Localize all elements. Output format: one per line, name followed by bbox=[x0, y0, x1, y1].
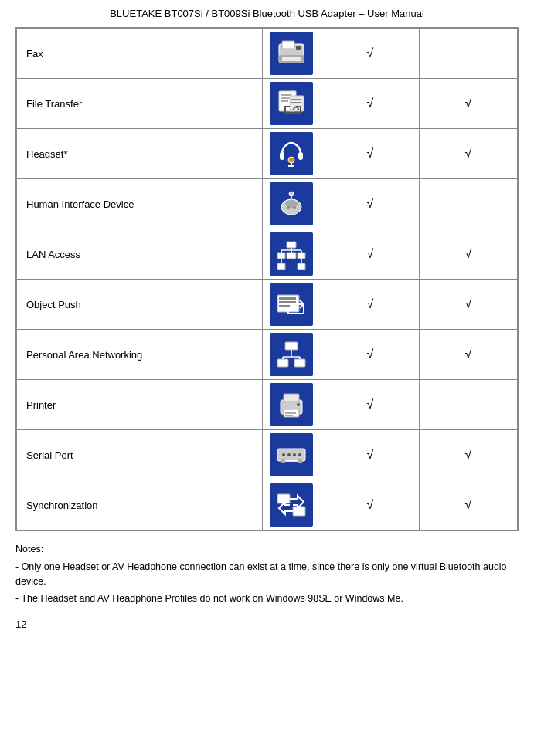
svg-rect-30 bbox=[298, 263, 305, 270]
svg-point-59 bbox=[298, 453, 301, 456]
profile-icon-cell bbox=[262, 380, 321, 430]
svg-rect-9 bbox=[281, 100, 288, 102]
svg-rect-2 bbox=[279, 55, 304, 63]
check-col1: √ bbox=[321, 79, 419, 129]
svg-marker-10 bbox=[291, 91, 296, 96]
check-col2: √ bbox=[419, 330, 517, 380]
svg-rect-1 bbox=[282, 41, 294, 49]
check-col2: √ bbox=[419, 430, 517, 480]
check-col2: √ bbox=[419, 229, 517, 280]
check-col2 bbox=[419, 179, 517, 229]
svg-rect-53 bbox=[285, 415, 293, 416]
profile-name: Printer bbox=[17, 380, 263, 430]
svg-rect-12 bbox=[291, 99, 301, 100]
page-title: BLUETAKE BT007Si / BT009Si Bluetooth USB… bbox=[15, 8, 519, 19]
svg-rect-42 bbox=[277, 359, 288, 367]
check-col1: √ bbox=[321, 330, 419, 380]
svg-rect-50 bbox=[284, 394, 299, 402]
profile-name: Fax bbox=[17, 29, 263, 79]
table-row: Headset* √√ bbox=[17, 129, 518, 179]
svg-rect-15 bbox=[298, 152, 303, 160]
svg-rect-43 bbox=[294, 359, 305, 367]
svg-rect-41 bbox=[285, 342, 298, 350]
check-col1: √ bbox=[321, 229, 419, 280]
profile-icon-cell bbox=[262, 430, 321, 480]
profile-icon-cell bbox=[262, 280, 321, 330]
svg-rect-39 bbox=[279, 301, 296, 303]
table-row: Personal Area Networking √√ bbox=[17, 330, 518, 380]
svg-point-58 bbox=[293, 453, 296, 456]
profile-icon-cell bbox=[262, 79, 321, 129]
svg-rect-63 bbox=[277, 494, 290, 503]
fax-icon bbox=[270, 32, 313, 75]
svg-point-24 bbox=[293, 206, 296, 209]
check-col1: √ bbox=[321, 29, 419, 79]
profile-name: Headset* bbox=[17, 129, 263, 179]
headset-icon bbox=[270, 132, 313, 175]
check-col1: √ bbox=[321, 179, 419, 229]
table-row: Serial Port √√ bbox=[17, 430, 518, 480]
serial-port-icon bbox=[270, 433, 313, 476]
profile-name: Personal Area Networking bbox=[17, 330, 263, 380]
check-col1: √ bbox=[321, 430, 419, 480]
check-col1: √ bbox=[321, 380, 419, 430]
svg-rect-52 bbox=[285, 412, 296, 414]
svg-rect-3 bbox=[296, 46, 301, 50]
svg-point-20 bbox=[285, 200, 298, 208]
profile-name: Human Interface Device bbox=[17, 179, 263, 229]
profile-icon-cell bbox=[262, 29, 321, 79]
check-col2 bbox=[419, 29, 517, 79]
profile-table: Fax √File Transfer √√Headset* bbox=[15, 27, 519, 531]
svg-rect-61 bbox=[298, 459, 302, 463]
svg-point-23 bbox=[287, 206, 290, 209]
table-row: Human Interface Device √ bbox=[17, 179, 518, 229]
note-line-1: - The Headset and AV Headphone Profiles … bbox=[15, 592, 519, 606]
file-transfer-icon bbox=[270, 82, 313, 125]
profile-icon-cell bbox=[262, 330, 321, 380]
table-row: Printer √ bbox=[17, 380, 518, 430]
check-col2: √ bbox=[419, 129, 517, 179]
page-number: 12 bbox=[15, 619, 519, 630]
object-push-icon bbox=[270, 283, 313, 326]
svg-point-16 bbox=[288, 157, 294, 163]
profile-name: LAN Access bbox=[17, 229, 263, 280]
svg-rect-40 bbox=[279, 305, 290, 307]
table-row: File Transfer √√ bbox=[17, 79, 518, 129]
table-row: Synchronization √√ bbox=[17, 480, 518, 531]
check-col2: √ bbox=[419, 480, 517, 531]
svg-point-56 bbox=[282, 453, 285, 456]
check-col2 bbox=[419, 380, 517, 430]
check-col2: √ bbox=[419, 79, 517, 129]
profile-icon-cell bbox=[262, 229, 321, 280]
svg-point-54 bbox=[297, 403, 300, 406]
profile-icon-cell bbox=[262, 179, 321, 229]
svg-rect-25 bbox=[287, 242, 296, 248]
svg-rect-28 bbox=[287, 253, 296, 259]
hid-icon bbox=[270, 182, 313, 225]
profile-icon-cell bbox=[262, 129, 321, 179]
check-col2: √ bbox=[419, 280, 517, 330]
svg-point-57 bbox=[287, 453, 291, 456]
notes-section: Notes: - Only one Headset or AV Headphon… bbox=[15, 542, 519, 606]
svg-rect-14 bbox=[280, 152, 284, 160]
profile-name: Object Push bbox=[17, 280, 263, 330]
check-col1: √ bbox=[321, 280, 419, 330]
svg-point-22 bbox=[289, 192, 294, 196]
svg-rect-27 bbox=[298, 253, 305, 259]
sync-icon bbox=[270, 483, 313, 527]
pan-icon bbox=[270, 333, 313, 376]
svg-rect-64 bbox=[293, 507, 305, 516]
lan-icon bbox=[270, 232, 313, 276]
profile-name: Synchronization bbox=[17, 480, 263, 531]
svg-rect-60 bbox=[281, 459, 285, 463]
profile-name: Serial Port bbox=[17, 430, 263, 480]
note-line-0: - Only one Headset or AV Headphone conne… bbox=[15, 560, 519, 589]
check-col1: √ bbox=[321, 129, 419, 179]
svg-rect-7 bbox=[281, 94, 291, 96]
notes-label: Notes: bbox=[15, 542, 519, 557]
svg-rect-13 bbox=[291, 102, 301, 103]
table-row: Fax √ bbox=[17, 29, 518, 79]
profile-name: File Transfer bbox=[17, 79, 263, 129]
table-row: LAN Access √√ bbox=[17, 229, 518, 280]
table-row: Object Push √√ bbox=[17, 280, 518, 330]
